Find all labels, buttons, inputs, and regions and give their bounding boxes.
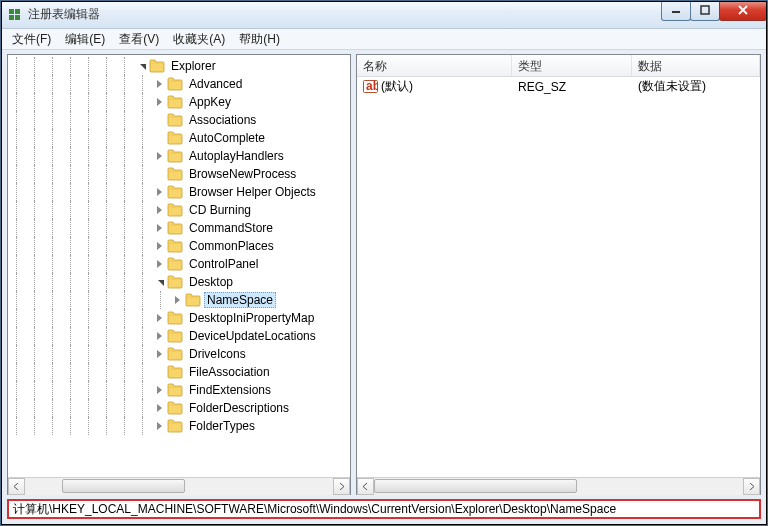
menu-favorites[interactable]: 收藏夹(A) bbox=[166, 29, 232, 50]
tree-row[interactable]: ControlPanel bbox=[8, 255, 350, 273]
expand-icon[interactable] bbox=[171, 294, 183, 306]
minimize-button[interactable] bbox=[661, 1, 691, 21]
collapse-icon[interactable] bbox=[135, 60, 147, 72]
value-name: (默认) bbox=[381, 78, 413, 95]
tree-guides bbox=[8, 237, 152, 255]
expand-icon[interactable] bbox=[153, 420, 165, 432]
tree-row[interactable]: DesktopIniPropertyMap bbox=[8, 309, 350, 327]
tree-row[interactable]: NameSpace bbox=[8, 291, 350, 309]
scroll-right-button[interactable] bbox=[743, 478, 760, 495]
tree-label[interactable]: AutoComplete bbox=[186, 130, 268, 146]
tree-label[interactable]: NameSpace bbox=[204, 292, 276, 308]
expand-icon[interactable] bbox=[153, 348, 165, 360]
scroll-right-button[interactable] bbox=[333, 478, 350, 495]
tree-row[interactable]: Explorer bbox=[8, 57, 350, 75]
expand-icon[interactable] bbox=[153, 186, 165, 198]
list-item[interactable]: ab (默认) REG_SZ (数值未设置) bbox=[357, 77, 760, 96]
expand-icon[interactable] bbox=[153, 96, 165, 108]
tree-hscroll[interactable] bbox=[8, 477, 350, 494]
scroll-thumb[interactable] bbox=[62, 479, 185, 493]
scroll-left-button[interactable] bbox=[8, 478, 25, 495]
expand-icon[interactable] bbox=[153, 78, 165, 90]
tree-row[interactable]: CommonPlaces bbox=[8, 237, 350, 255]
tree-label[interactable]: DesktopIniPropertyMap bbox=[186, 310, 317, 326]
tree-row[interactable]: CD Burning bbox=[8, 201, 350, 219]
tree-label[interactable]: Associations bbox=[186, 112, 259, 128]
tree-label[interactable]: Explorer bbox=[168, 58, 219, 74]
tree-row[interactable]: DriveIcons bbox=[8, 345, 350, 363]
tree-guides bbox=[8, 57, 134, 75]
expand-icon[interactable] bbox=[153, 240, 165, 252]
titlebar[interactable]: 注册表编辑器 bbox=[1, 1, 767, 29]
tree-label[interactable]: AutoplayHandlers bbox=[186, 148, 287, 164]
expand-icon[interactable] bbox=[153, 330, 165, 342]
tree-scroll[interactable]: ExplorerAdvancedAppKeyAssociationsAutoCo… bbox=[8, 55, 350, 477]
tree-label[interactable]: AppKey bbox=[186, 94, 234, 110]
expand-icon[interactable] bbox=[153, 258, 165, 270]
tree-label[interactable]: Desktop bbox=[186, 274, 236, 290]
tree-row[interactable]: Browser Helper Objects bbox=[8, 183, 350, 201]
expand-icon[interactable] bbox=[153, 150, 165, 162]
tree-pane: ExplorerAdvancedAppKeyAssociationsAutoCo… bbox=[7, 54, 351, 495]
values-pane: 名称 类型 数据 ab (默认) REG_SZ (数值未设置) bbox=[356, 54, 761, 495]
svg-rect-4 bbox=[672, 11, 680, 13]
folder-icon bbox=[167, 329, 183, 343]
close-button[interactable] bbox=[719, 1, 767, 21]
expand-icon[interactable] bbox=[153, 384, 165, 396]
scroll-left-button[interactable] bbox=[357, 478, 374, 495]
menu-help[interactable]: 帮助(H) bbox=[232, 29, 287, 50]
scroll-track[interactable] bbox=[374, 478, 743, 495]
menu-edit[interactable]: 编辑(E) bbox=[58, 29, 112, 50]
value-data: (数值未设置) bbox=[632, 76, 760, 97]
tree-label[interactable]: CommonPlaces bbox=[186, 238, 277, 254]
tree-label[interactable]: CommandStore bbox=[186, 220, 276, 236]
tree-row[interactable]: FileAssociation bbox=[8, 363, 350, 381]
expand-icon bbox=[153, 132, 165, 144]
list-body[interactable]: ab (默认) REG_SZ (数值未设置) bbox=[357, 77, 760, 477]
expand-icon[interactable] bbox=[153, 312, 165, 324]
tree-guides bbox=[8, 255, 152, 273]
expand-icon[interactable] bbox=[153, 222, 165, 234]
tree-row[interactable]: AutoComplete bbox=[8, 129, 350, 147]
tree-row[interactable]: DeviceUpdateLocations bbox=[8, 327, 350, 345]
svg-rect-3 bbox=[15, 15, 20, 20]
col-name[interactable]: 名称 bbox=[357, 55, 512, 76]
tree-label[interactable]: ControlPanel bbox=[186, 256, 261, 272]
values-hscroll[interactable] bbox=[357, 477, 760, 494]
tree-guides bbox=[8, 129, 152, 147]
expand-icon[interactable] bbox=[153, 402, 165, 414]
tree-label[interactable]: Browser Helper Objects bbox=[186, 184, 319, 200]
expand-icon bbox=[153, 168, 165, 180]
tree-row[interactable]: AppKey bbox=[8, 93, 350, 111]
folder-icon bbox=[167, 95, 183, 109]
tree-row[interactable]: Associations bbox=[8, 111, 350, 129]
tree-row[interactable]: CommandStore bbox=[8, 219, 350, 237]
tree-label[interactable]: FindExtensions bbox=[186, 382, 274, 398]
col-data[interactable]: 数据 bbox=[632, 55, 760, 76]
tree-label[interactable]: DeviceUpdateLocations bbox=[186, 328, 319, 344]
menu-view[interactable]: 查看(V) bbox=[112, 29, 166, 50]
expand-icon[interactable] bbox=[153, 204, 165, 216]
menu-file[interactable]: 文件(F) bbox=[5, 29, 58, 50]
tree-label[interactable]: FolderTypes bbox=[186, 418, 258, 434]
tree-row[interactable]: Desktop bbox=[8, 273, 350, 291]
window-controls bbox=[662, 1, 767, 21]
tree-row[interactable]: AutoplayHandlers bbox=[8, 147, 350, 165]
tree-label[interactable]: Advanced bbox=[186, 76, 245, 92]
tree-row[interactable]: FindExtensions bbox=[8, 381, 350, 399]
col-type[interactable]: 类型 bbox=[512, 55, 632, 76]
tree-row[interactable]: BrowseNewProcess bbox=[8, 165, 350, 183]
tree-label[interactable]: BrowseNewProcess bbox=[186, 166, 299, 182]
scroll-thumb[interactable] bbox=[374, 479, 577, 493]
maximize-button[interactable] bbox=[690, 1, 720, 21]
collapse-icon[interactable] bbox=[153, 276, 165, 288]
scroll-track[interactable] bbox=[25, 478, 333, 495]
tree-row[interactable]: FolderDescriptions bbox=[8, 399, 350, 417]
tree-label[interactable]: DriveIcons bbox=[186, 346, 249, 362]
tree-label[interactable]: CD Burning bbox=[186, 202, 254, 218]
tree-row[interactable]: Advanced bbox=[8, 75, 350, 93]
tree-label[interactable]: FolderDescriptions bbox=[186, 400, 292, 416]
tree-row[interactable]: FolderTypes bbox=[8, 417, 350, 435]
tree-label[interactable]: FileAssociation bbox=[186, 364, 273, 380]
tree-guides bbox=[8, 165, 152, 183]
